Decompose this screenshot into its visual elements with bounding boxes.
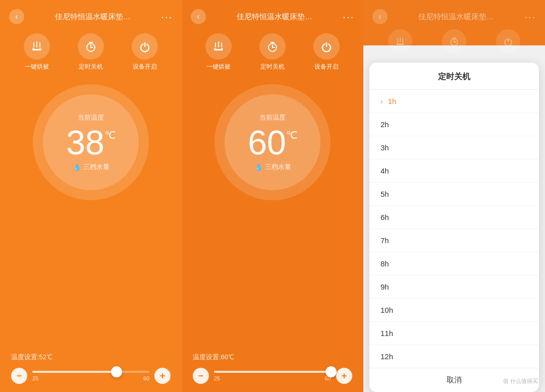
bake-icon-2 [205, 33, 232, 60]
time-item-7h[interactable]: 7h [369, 229, 539, 252]
timer-label-2: 定时关机 [260, 63, 285, 71]
panel-3-header: ‹ 佳尼特恒温水暖床垫… ··· [363, 0, 545, 29]
timer-modal: 定时关机 ›1h2h3h4h5h6h7h8h9h10h11h12h 取消 [369, 63, 539, 392]
bake-button-2[interactable]: 一键烘被 [205, 33, 232, 71]
time-item-9h[interactable]: 9h [369, 275, 539, 299]
power-button-3[interactable] [496, 29, 520, 53]
time-item-6h[interactable]: 6h [369, 206, 539, 229]
check-icon-1h: › [380, 97, 383, 105]
bottom-controls-2: 温度设置:60℃ − 25 60 + [182, 346, 363, 392]
time-item-10h[interactable]: 10h [369, 299, 539, 322]
slider-thumb-1[interactable] [111, 366, 122, 377]
temp-value-2: 60 ℃ [248, 125, 297, 159]
timer-icon-2 [259, 33, 286, 60]
timer-button-3[interactable] [442, 29, 466, 53]
slider-labels-1: 25 60 [32, 375, 149, 381]
slider-labels-2: 25 60 [214, 375, 331, 381]
temp-circle-outer-2: 当前温度 60 ℃ 💧 三档水量 [214, 84, 331, 200]
bake-label-1: 一键烘被 [25, 63, 49, 71]
power-label-1: 设备开启 [133, 63, 157, 71]
drop-icon-1: 💧 [73, 163, 81, 171]
slider-container-2[interactable]: 25 60 [214, 371, 331, 381]
timer-icon-1 [78, 33, 104, 60]
time-item-8h[interactable]: 8h [369, 252, 539, 275]
slider-container-1[interactable]: 25 60 [32, 371, 149, 381]
bake-icon-1 [24, 33, 50, 60]
temp-circle-outer-1: 当前温度 38 ℃ 💧 三档水量 [33, 84, 149, 200]
modal-title: 定时关机 [369, 63, 539, 90]
timer-button-1[interactable]: 定时关机 [78, 33, 104, 71]
temp-unit-1: ℃ [104, 130, 116, 140]
plus-button-1[interactable]: + [154, 368, 171, 384]
panel-1-title: 佳尼特恒温水暖床垫… [24, 12, 161, 22]
more-button-1[interactable]: ··· [161, 11, 173, 23]
panel-2-title: 佳尼特恒温水暖床垫… [206, 12, 343, 22]
plus-button-2[interactable]: + [336, 368, 352, 384]
power-icon-3 [496, 29, 520, 53]
water-level-2: 💧 三档水量 [254, 162, 291, 172]
panel-2: ‹ 佳尼特恒温水暖床垫… ··· 一键烘被 [182, 0, 363, 392]
slider-row-2: − 25 60 + [193, 368, 352, 384]
temp-unit-2: ℃ [286, 130, 297, 140]
timer-button-2[interactable]: 定时关机 [259, 33, 286, 71]
water-level-1: 💧 三档水量 [73, 162, 110, 172]
panel-2-header: ‹ 佳尼特恒温水暖床垫… ··· [182, 0, 363, 29]
power-icon-1 [132, 33, 158, 60]
power-icon-2 [313, 33, 340, 60]
time-item-2h[interactable]: 2h [369, 113, 539, 136]
temp-label-2: 当前温度 [259, 113, 286, 122]
temp-circle-inner-1: 当前温度 38 ℃ 💧 三档水量 [43, 94, 139, 190]
back-button-1[interactable]: ‹ [9, 9, 24, 24]
bake-icon-3 [388, 29, 412, 53]
time-item-5h[interactable]: 5h [369, 183, 539, 206]
slider-fill-1 [32, 371, 117, 373]
temp-setting-1: 温度设置:52℃ [11, 353, 171, 362]
minus-button-2[interactable]: − [193, 368, 209, 384]
temp-label-1: 当前温度 [78, 113, 104, 122]
panel-2-icon-row: 一键烘被 定时关机 设备开启 [182, 29, 363, 79]
power-label-2: 设备开启 [314, 63, 339, 71]
timer-label-1: 定时关机 [79, 63, 103, 71]
more-button-3[interactable]: ··· [524, 11, 536, 23]
slider-thumb-2[interactable] [325, 366, 337, 377]
bake-label-2: 一键烘被 [206, 63, 231, 71]
back-button-3[interactable]: ‹ [372, 9, 388, 24]
power-button-2[interactable]: 设备开启 [313, 33, 340, 71]
panel-1-icon-row: 一键烘被 定时关机 设备开启 [0, 29, 182, 79]
bake-button-1[interactable]: 一键烘被 [24, 33, 50, 71]
time-item-3h[interactable]: 3h [369, 136, 539, 159]
bake-button-3[interactable] [388, 29, 412, 53]
bottom-controls-1: 温度设置:52℃ − 25 60 + [0, 346, 182, 392]
time-item-12h[interactable]: 12h [369, 345, 539, 368]
slider-track-2 [214, 371, 331, 373]
watermark: 值 什么值得买 [503, 377, 538, 385]
panel-1-header: ‹ 佳尼特恒温水暖床垫… ··· [0, 0, 182, 29]
slider-fill-2 [214, 371, 331, 373]
drop-icon-2: 💧 [254, 163, 263, 171]
back-button-2[interactable]: ‹ [191, 9, 206, 24]
power-button-1[interactable]: 设备开启 [132, 33, 158, 71]
panel-3: ‹ 佳尼特恒温水暖床垫… ··· [363, 0, 545, 392]
timer-icon-3 [442, 29, 466, 53]
more-button-2[interactable]: ··· [343, 11, 354, 23]
time-list: ›1h2h3h4h5h6h7h8h9h10h11h12h [369, 90, 539, 368]
panel-3-icon-row [363, 29, 545, 59]
panel-1: ‹ 佳尼特恒温水暖床垫… ··· 一键烘被 [0, 0, 182, 392]
temp-setting-2: 温度设置:60℃ [193, 353, 352, 362]
temp-value-1: 38 ℃ [66, 125, 116, 159]
time-item-11h[interactable]: 11h [369, 322, 539, 345]
time-item-4h[interactable]: 4h [369, 159, 539, 183]
panel-3-title: 佳尼特恒温水暖床垫… [388, 12, 524, 22]
slider-row-1: − 25 60 + [11, 368, 171, 384]
slider-track-1 [32, 371, 149, 373]
temp-circle-inner-2: 当前温度 60 ℃ 💧 三档水量 [225, 94, 320, 190]
minus-button-1[interactable]: − [11, 368, 27, 384]
time-item-1h[interactable]: ›1h [369, 90, 539, 113]
